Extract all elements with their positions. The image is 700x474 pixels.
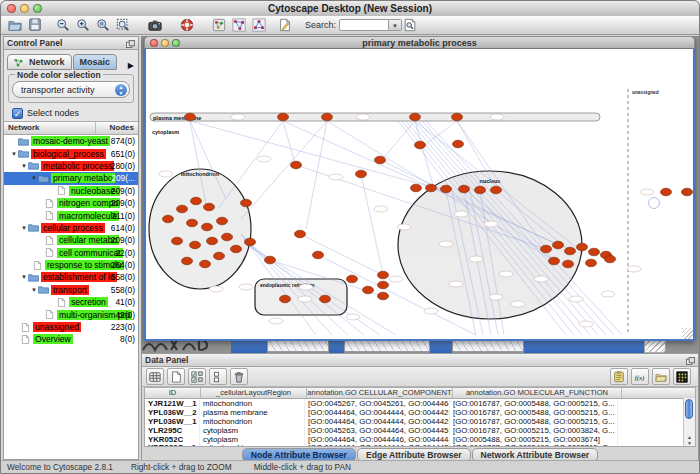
zoom-fit-icon[interactable] <box>115 17 131 33</box>
graph-node[interactable] <box>191 197 202 205</box>
tree-row[interactable]: nucleobase-209(0) <box>4 185 138 197</box>
network-overview-icon[interactable] <box>211 17 227 33</box>
graph-node[interactable] <box>452 113 463 121</box>
tree-row[interactable]: cell communicat22(0) <box>4 247 138 259</box>
graph-node[interactable] <box>426 184 437 192</box>
tree-row[interactable]: secretion41(0) <box>4 296 138 308</box>
disclosure-triangle-icon[interactable]: ▼ <box>20 225 28 231</box>
column-header[interactable]: annotation.GO MOLECULAR_FUNCTION <box>453 388 622 398</box>
window-titlebar[interactable]: Cytoscape Desktop (New Session) <box>1 1 699 17</box>
graph-node[interactable] <box>320 295 331 303</box>
network-graph-svg[interactable]: plasma membrane cytoplasm mitochondrion … <box>146 49 693 337</box>
graph-node[interactable] <box>441 185 452 193</box>
table-cell[interactable]: YDR039C__1 <box>145 443 200 447</box>
disclosure-triangle-icon[interactable]: ▼ <box>20 163 28 169</box>
zoom-selected-icon[interactable] <box>95 17 111 33</box>
tree-row[interactable]: macromolecule311(0) <box>4 209 138 221</box>
open-session-icon[interactable] <box>7 17 23 33</box>
table-cell[interactable]: cytoplasm <box>200 426 305 435</box>
graph-node[interactable] <box>565 247 576 255</box>
graph-node[interactable] <box>411 184 422 192</box>
table-cell[interactable]: [GO:0045267, GO:0045261, GO:0044464, G..… <box>305 399 450 408</box>
table-row[interactable]: YPL036W__2plasma membrane[GO:0044464, GO… <box>145 408 695 417</box>
tree-row[interactable]: ▼metabolic process280(0) <box>4 160 138 172</box>
tree-row[interactable]: ▼establishment of lo558(0) <box>4 271 138 283</box>
graph-node[interactable] <box>378 271 389 279</box>
graph-node[interactable] <box>577 243 588 251</box>
graph-node[interactable] <box>278 113 289 121</box>
graph-node[interactable] <box>185 113 196 121</box>
table-cell[interactable]: [GO:0016787, GO:0005488, GO:0005215, G..… <box>450 408 618 417</box>
close-view-icon[interactable] <box>150 39 158 47</box>
table-cell[interactable]: [GO:0016787, GO:0005488, GO:0005215, G..… <box>450 443 618 447</box>
table-cell[interactable]: cytoplasm <box>200 435 305 444</box>
annotation-icon[interactable] <box>277 17 293 33</box>
zoom-view-icon[interactable] <box>172 39 180 47</box>
table-cell[interactable]: mitochondrion <box>200 399 305 408</box>
table-cell[interactable]: YPL036W__1 <box>145 417 200 426</box>
graph-node[interactable] <box>222 233 233 241</box>
graph-node[interactable] <box>187 219 198 227</box>
table-row[interactable]: YPL036W__1mitochondrion[GO:0044464, GO:0… <box>145 417 695 426</box>
table-row[interactable]: YLR295Ccytoplasm[GO:0045263, GO:0044464,… <box>145 426 695 435</box>
tree-row[interactable]: ▼transport558(0) <box>4 284 138 296</box>
column-header[interactable]: _cellularLayoutRegion <box>201 388 307 398</box>
graph-node[interactable] <box>541 245 552 253</box>
table-cell[interactable]: mitochondrion <box>200 443 305 447</box>
graph-node[interactable] <box>378 281 389 289</box>
attribute-table-icon[interactable] <box>146 368 164 385</box>
zoom-window-icon[interactable] <box>33 4 42 13</box>
graph-node[interactable] <box>589 248 600 256</box>
matrix-icon[interactable] <box>673 368 691 385</box>
tab-mosaic[interactable]: Mosaic <box>73 54 118 70</box>
graph-node[interactable] <box>682 188 693 196</box>
graph-node[interactable] <box>586 259 597 267</box>
graph-node[interactable] <box>415 141 426 149</box>
graph-node[interactable] <box>214 252 225 260</box>
tree-row[interactable]: mosaic-demo-yeast874(0) <box>4 135 138 147</box>
graph-node[interactable] <box>231 245 242 253</box>
table-cell[interactable]: plasma membrane <box>200 408 305 417</box>
tab-overflow-arrow[interactable]: ▶ <box>125 61 137 70</box>
minimize-view-icon[interactable] <box>161 39 169 47</box>
graph-node[interactable] <box>202 223 213 231</box>
graph-node[interactable] <box>410 113 421 121</box>
search-input[interactable] <box>339 19 389 31</box>
graph-node[interactable] <box>280 295 291 303</box>
disclosure-triangle-icon[interactable]: ▼ <box>20 274 28 280</box>
graph-node[interactable] <box>217 217 228 225</box>
graph-node[interactable] <box>295 230 306 238</box>
minimize-window-icon[interactable] <box>20 4 29 13</box>
open-attribute-icon[interactable] <box>652 368 670 385</box>
zoom-out-icon[interactable] <box>55 17 71 33</box>
table-scrollbar[interactable]: ▲▼ <box>683 398 695 446</box>
unselect-all-attributes-icon[interactable] <box>209 368 227 385</box>
disclosure-triangle-icon[interactable]: ▼ <box>30 287 38 293</box>
tree-row[interactable]: nitrogen compo209(0) <box>4 197 138 209</box>
search-dropdown-arrow[interactable]: ▼ <box>389 19 402 31</box>
column-header[interactable]: ID <box>145 388 201 398</box>
table-row[interactable]: YJR121W__1mitochondrion[GO:0045267, GO:0… <box>145 399 695 408</box>
graph-node[interactable] <box>661 188 672 196</box>
tree-row[interactable]: ▼biological_process651(0) <box>4 147 138 159</box>
new-attribute-icon[interactable] <box>167 368 185 385</box>
tree-row[interactable]: multi-organism pro42(0) <box>4 308 138 320</box>
table-cell[interactable]: [GO:0044464, GO:0044444, GO:0044425, G..… <box>305 443 450 447</box>
help-icon[interactable] <box>179 17 195 33</box>
layout-icon-2[interactable] <box>251 17 267 33</box>
network-view-titlebar[interactable]: primary metabolic process <box>144 36 695 49</box>
view-resize-grip[interactable] <box>682 328 693 339</box>
disclosure-triangle-icon[interactable]: ▼ <box>30 175 38 181</box>
table-cell[interactable]: [GO:0016787, GO:0005488, GO:0005215, G..… <box>450 399 618 408</box>
table-cell[interactable]: [GO:0016787, GO:0005215, GO:0003824, G..… <box>450 426 618 435</box>
tree-header-network[interactable]: Network <box>4 122 96 134</box>
tree-row[interactable]: response to stimulu264(0) <box>4 259 138 271</box>
tab-network[interactable]: Network <box>7 54 72 70</box>
zoom-in-icon[interactable] <box>75 17 91 33</box>
snapshot-icon[interactable] <box>147 17 163 33</box>
tree-row[interactable]: cellular metabo209(0) <box>4 234 138 246</box>
graph-node[interactable] <box>265 256 276 264</box>
network-canvas[interactable]: plasma membrane cytoplasm mitochondrion … <box>144 49 695 341</box>
graph-node[interactable] <box>245 238 256 246</box>
advanced-search-icon[interactable] <box>402 17 418 33</box>
